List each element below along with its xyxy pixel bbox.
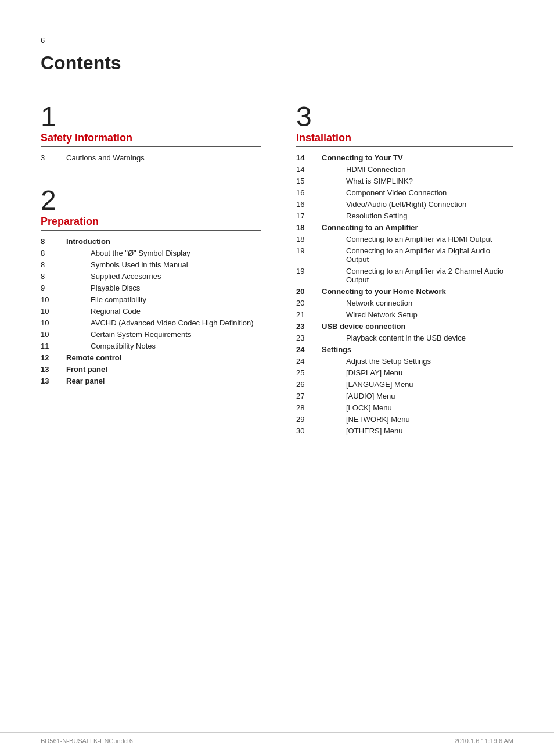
toc-page: 16 (296, 187, 317, 198)
toc-page: 10 (41, 328, 62, 340)
right-column: 3Installation14Connecting to Your TV14HD… (285, 80, 513, 436)
section: 2Preparation8Introduction8About the "Ø" … (41, 187, 261, 386)
toc-row: 10AVCHD (Advanced Video Codec High Defin… (41, 317, 261, 328)
toc-label: Rear panel (62, 375, 261, 386)
section-title: Preparation (41, 216, 261, 231)
toc-page: 14 (296, 163, 317, 175)
toc-row: 27[AUDIO] Menu (296, 390, 513, 402)
toc-page: 29 (296, 413, 317, 425)
toc-row: 16Component Video Connection (296, 187, 513, 198)
toc-page: 19 (296, 265, 317, 285)
toc-table: 14Connecting to Your TV14HDMI Connection… (296, 152, 513, 436)
toc-label: Regional Code (62, 305, 261, 317)
toc-label: Remote control (62, 352, 261, 363)
toc-row: 13Front panel (41, 363, 261, 375)
toc-page: 23 (296, 320, 317, 332)
toc-page: 14 (296, 152, 317, 163)
toc-label: What is SIMPLINK? (317, 175, 513, 187)
toc-page: 20 (296, 297, 317, 309)
page-title: Contents (41, 52, 513, 74)
toc-label: Video/Audio (Left/Right) Connection (317, 198, 513, 210)
toc-row: 8Symbols Used in this Manual (41, 259, 261, 270)
toc-table: 8Introduction8About the "Ø" Symbol Displ… (41, 235, 261, 386)
toc-label: [OTHERS] Menu (317, 425, 513, 436)
toc-row: 20Connecting to your Home Network (296, 285, 513, 297)
toc-page: 15 (296, 175, 317, 187)
toc-label: Certain System Requirements (62, 328, 261, 340)
toc-page: 20 (296, 285, 317, 297)
footer-left: BD561-N-BUSALLK-ENG.indd 6 (41, 737, 133, 744)
footer-right: 2010.1.6 11:19:6 AM (454, 737, 513, 744)
toc-label: [DISPLAY] Menu (317, 367, 513, 378)
page-number: 6 (41, 36, 45, 45)
corner-mark-tl (12, 12, 29, 29)
toc-page: 13 (41, 363, 62, 375)
toc-page: 13 (41, 375, 62, 386)
two-column-layout: 1Safety Information3Cautions and Warning… (41, 80, 513, 436)
toc-row: 10File compatibility (41, 293, 261, 305)
toc-label: Playback content in the USB device (317, 332, 513, 343)
toc-label: Resolution Setting (317, 210, 513, 221)
toc-row: 3Cautions and Warnings (41, 152, 261, 163)
toc-page: 8 (41, 235, 62, 247)
toc-page: 16 (296, 198, 317, 210)
corner-mark-bl (12, 715, 29, 733)
toc-row: 18Connecting to an Amplifier via HDMI Ou… (296, 233, 513, 245)
toc-label: Front panel (62, 363, 261, 375)
toc-page: 10 (41, 305, 62, 317)
toc-row: 10Certain System Requirements (41, 328, 261, 340)
toc-label: [LOCK] Menu (317, 402, 513, 413)
toc-row: 13Rear panel (41, 375, 261, 386)
toc-table: 3Cautions and Warnings (41, 152, 261, 163)
toc-page: 18 (296, 233, 317, 245)
toc-row: 23USB device connection (296, 320, 513, 332)
toc-row: 26[LANGUAGE] Menu (296, 378, 513, 390)
toc-row: 15What is SIMPLINK? (296, 175, 513, 187)
toc-label: File compatibility (62, 293, 261, 305)
section-title: Installation (296, 132, 513, 147)
toc-row: 25[DISPLAY] Menu (296, 367, 513, 378)
toc-row: 19Connecting to an Amplifier via 2 Chann… (296, 265, 513, 285)
toc-row: 17Resolution Setting (296, 210, 513, 221)
footer: BD561-N-BUSALLK-ENG.indd 6 2010.1.6 11:1… (0, 732, 554, 744)
section: 3Installation14Connecting to Your TV14HD… (296, 103, 513, 436)
toc-label: [AUDIO] Menu (317, 390, 513, 402)
toc-label: Symbols Used in this Manual (62, 259, 261, 270)
toc-row: 8About the "Ø" Symbol Display (41, 247, 261, 259)
toc-page: 11 (41, 340, 62, 352)
toc-label: Introduction (62, 235, 261, 247)
section: 1Safety Information3Cautions and Warning… (41, 103, 261, 163)
left-column: 1Safety Information3Cautions and Warning… (41, 80, 285, 436)
toc-row: 23Playback content in the USB device (296, 332, 513, 343)
toc-label: Playable Discs (62, 282, 261, 293)
toc-label: Adjust the Setup Settings (317, 355, 513, 367)
toc-row: 24Adjust the Setup Settings (296, 355, 513, 367)
toc-label: Connecting to an Amplifier (317, 221, 513, 233)
toc-label: USB device connection (317, 320, 513, 332)
toc-page: 27 (296, 390, 317, 402)
toc-page: 8 (41, 270, 62, 282)
toc-row: 14HDMI Connection (296, 163, 513, 175)
toc-page: 8 (41, 247, 62, 259)
toc-label: [NETWORK] Menu (317, 413, 513, 425)
toc-page: 24 (296, 355, 317, 367)
toc-page: 10 (41, 317, 62, 328)
toc-page: 21 (296, 309, 317, 320)
corner-mark-tr (525, 12, 542, 29)
toc-page: 3 (41, 152, 62, 163)
toc-row: 10Regional Code (41, 305, 261, 317)
toc-page: 9 (41, 282, 62, 293)
toc-label: [LANGUAGE] Menu (317, 378, 513, 390)
toc-label: Connecting to an Amplifier via HDMI Outp… (317, 233, 513, 245)
toc-label: About the "Ø" Symbol Display (62, 247, 261, 259)
toc-label: Settings (317, 343, 513, 355)
toc-label: Component Video Connection (317, 187, 513, 198)
section-title: Safety Information (41, 132, 261, 147)
section-number: 2 (41, 187, 261, 214)
toc-label: HDMI Connection (317, 163, 513, 175)
toc-page: 12 (41, 352, 62, 363)
toc-row: 18Connecting to an Amplifier (296, 221, 513, 233)
toc-row: 11Compatibility Notes (41, 340, 261, 352)
toc-label: Connecting to an Amplifier via 2 Channel… (317, 265, 513, 285)
toc-page: 18 (296, 221, 317, 233)
